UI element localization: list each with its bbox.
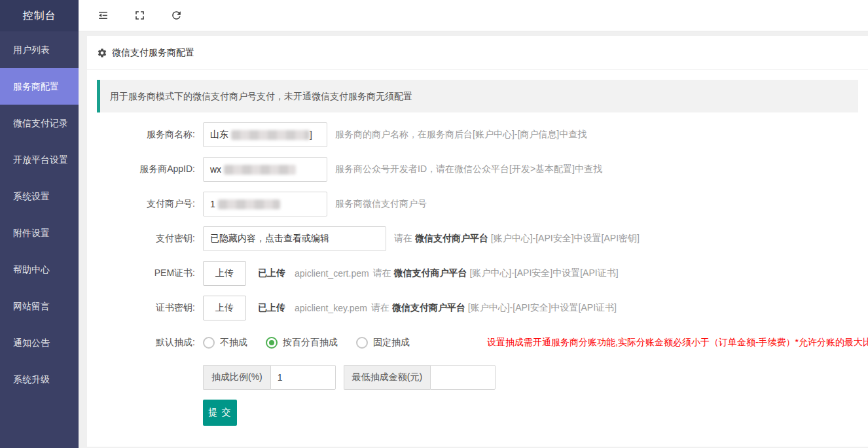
pay-secret-row: 支付密钥: 请在 微信支付商户平台 [账户中心]-[API安全]中设置[API密…	[87, 226, 868, 251]
pay-secret-label: 支付密钥:	[87, 233, 195, 245]
notice-quote: 用于服务商模式下的微信支付商户号支付，未开通微信支付服务商无须配置	[97, 80, 858, 112]
refresh-icon[interactable]	[166, 6, 186, 26]
redacted-value-block	[218, 199, 280, 209]
sidebar-item-system-settings[interactable]: 系统设置	[0, 178, 79, 215]
content: 微信支付服务商配置 用于服务商模式下的微信支付商户号支付，未开通微信支付服务商无…	[79, 31, 868, 448]
merchant-platform-link-text: 微信支付商户平台	[415, 233, 488, 243]
sidebar-item-open-platform[interactable]: 开放平台设置	[0, 141, 79, 178]
app-id-row: 服务商AppID: wx 服务商公众号开发者ID，请在微信公众平台[开发>基本配…	[87, 157, 868, 182]
sidebar-item-system-upgrade[interactable]: 系统升级	[0, 361, 79, 398]
provider-name-value-prefix: 山东	[210, 129, 228, 141]
pem-cert-row: PEM证书: 上传 已上传 apiclient_cert.pem 请在 微信支付…	[87, 261, 868, 286]
hint-text: [账户中心]-[API安全]中设置[API证书]	[467, 267, 619, 278]
provider-name-input[interactable]: 山东 ]	[203, 122, 327, 147]
app-id-value-prefix: wx	[210, 164, 221, 175]
commission-values-row: 抽成比例(%) 最低抽成金额(元)	[87, 365, 868, 390]
submit-button[interactable]: 提 交	[203, 400, 237, 426]
merchant-id-row: 支付商户号: 1 服务商微信支付商户号	[87, 192, 868, 216]
sidebar-item-help-center[interactable]: 帮助中心	[0, 251, 79, 288]
pem-cert-hint: 请在 微信支付商户平台 [账户中心]-[API安全]中设置[API证书]	[373, 267, 619, 279]
sidebar-item-user-list[interactable]: 用户列表	[0, 31, 79, 68]
commission-label: 默认抽成:	[87, 337, 195, 349]
fullscreen-icon[interactable]	[130, 6, 149, 26]
ratio-addon-label: 抽成比例(%)	[203, 365, 270, 390]
commission-row: 默认抽成: 不抽成 按百分百抽成 固定抽成 设	[87, 330, 868, 355]
app-id-hint: 服务商公众号开发者ID，请在微信公众平台[开发>基本配置]中查找	[335, 164, 602, 175]
collapse-menu-icon[interactable]	[93, 6, 113, 26]
radio-fixed-commission[interactable]: 固定抽成	[356, 337, 410, 349]
provider-name-row: 服务商名称: 山东 ] 服务商的商户名称，在服务商后台[账户中心]-[商户信息]…	[87, 122, 868, 147]
card-header: 微信支付服务商配置	[87, 36, 868, 70]
sidebar-nav: 用户列表 服务商配置 微信支付记录 开放平台设置 系统设置 附件设置 帮助中心 …	[0, 31, 79, 398]
redacted-value-block	[224, 165, 296, 175]
app-id-label: 服务商AppID:	[87, 164, 195, 175]
radio-label: 不抽成	[220, 337, 247, 349]
sidebar-item-provider-config[interactable]: 服务商配置	[0, 68, 79, 105]
provider-config-form: 服务商名称: 山东 ] 服务商的商户名称，在服务商后台[账户中心]-[商户信息]…	[87, 122, 868, 426]
merchant-id-input[interactable]: 1	[203, 192, 327, 216]
sidebar-item-wechat-pay-records[interactable]: 微信支付记录	[0, 105, 79, 141]
provider-name-hint: 服务商的商户名称，在服务商后台[账户中心]-[商户信息]中查找	[335, 129, 587, 141]
radio-label: 按百分百抽成	[283, 337, 338, 349]
min-amount-group: 最低抽成金额(元)	[344, 365, 496, 390]
ratio-group: 抽成比例(%)	[203, 365, 336, 390]
merchant-id-hint: 服务商微信支付商户号	[335, 198, 427, 210]
provider-name-value-suffix: ]	[310, 129, 312, 140]
merchant-platform-link-text: 微信支付商户平台	[394, 267, 467, 278]
cert-key-row: 证书密钥: 上传 已上传 apiclient_key.pem 请在 微信支付商户…	[87, 296, 868, 320]
redacted-value-block	[231, 130, 310, 140]
pay-secret-input[interactable]	[203, 226, 386, 251]
config-card: 微信支付服务商配置 用于服务商模式下的微信支付商户号支付，未开通微信支付服务商无…	[87, 36, 868, 447]
pem-cert-uploaded-status: 已上传	[258, 267, 285, 279]
app-root: 控制台 用户列表 服务商配置 微信支付记录 开放平台设置 系统设置 附件设置 帮…	[0, 0, 868, 448]
min-amount-input[interactable]	[430, 365, 496, 390]
sidebar-item-attachment-settings[interactable]: 附件设置	[0, 215, 79, 251]
radio-percent-commission[interactable]: 按百分百抽成	[266, 337, 338, 349]
cert-key-upload-button[interactable]: 上传	[203, 296, 246, 320]
sidebar-item-site-messages[interactable]: 网站留言	[0, 288, 79, 324]
merchant-id-label: 支付商户号:	[87, 198, 195, 210]
gear-icon	[97, 48, 107, 58]
page-title: 微信支付服务商配置	[112, 47, 194, 59]
submit-row: 提 交	[87, 400, 868, 426]
sidebar-item-announcements[interactable]: 通知公告	[0, 324, 79, 361]
topbar	[79, 0, 868, 31]
app-id-input[interactable]: wx	[203, 157, 327, 182]
pem-cert-upload-button[interactable]: 上传	[203, 261, 246, 286]
hint-text: 请在	[371, 302, 392, 313]
cert-key-uploaded-status: 已上传	[258, 302, 285, 314]
radio-icon	[356, 337, 368, 349]
commission-warning-note: 设置抽成需开通服务商分账功能,实际分账金额必须小于（订单金额-手续费）*允许分账…	[487, 337, 868, 349]
hint-text: [账户中心]-[API安全]中设置[API密钥]	[488, 233, 640, 243]
pay-secret-hint: 请在 微信支付商户平台 [账户中心]-[API安全]中设置[API密钥]	[394, 233, 640, 245]
cert-key-label: 证书密钥:	[87, 302, 195, 314]
sidebar-title[interactable]: 控制台	[0, 0, 79, 31]
sidebar: 控制台 用户列表 服务商配置 微信支付记录 开放平台设置 系统设置 附件设置 帮…	[0, 0, 79, 448]
hint-text: [账户中心]-[API安全]中设置[API证书]	[465, 302, 617, 313]
radio-label: 固定抽成	[373, 337, 410, 349]
radio-no-commission[interactable]: 不抽成	[203, 337, 247, 349]
merchant-id-value-prefix: 1	[210, 199, 215, 209]
pem-cert-label: PEM证书:	[87, 267, 195, 279]
ratio-input[interactable]	[270, 365, 336, 390]
pem-cert-filename: apiclient_cert.pem	[295, 268, 369, 279]
min-amount-addon-label: 最低抽成金额(元)	[344, 365, 430, 390]
cert-key-hint: 请在 微信支付商户平台 [账户中心]-[API安全]中设置[API证书]	[371, 302, 617, 314]
hint-text: 请在	[373, 267, 394, 278]
radio-icon	[203, 337, 215, 349]
cert-key-filename: apiclient_key.pem	[295, 303, 367, 313]
provider-name-label: 服务商名称:	[87, 129, 195, 141]
radio-checked-icon	[266, 337, 278, 349]
hint-text: 请在	[394, 233, 415, 243]
main-area: 微信支付服务商配置 用于服务商模式下的微信支付商户号支付，未开通微信支付服务商无…	[79, 0, 868, 448]
merchant-platform-link-text: 微信支付商户平台	[392, 302, 465, 313]
